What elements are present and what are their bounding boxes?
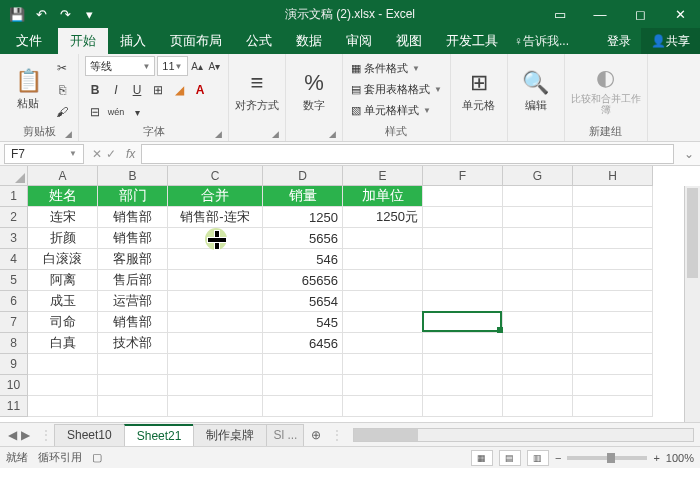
redo-button[interactable]: ↷ [54, 3, 76, 25]
cell[interactable] [263, 354, 343, 375]
cell[interactable] [28, 354, 98, 375]
cell[interactable] [343, 291, 423, 312]
cell[interactable] [573, 228, 653, 249]
cell[interactable]: 销售部 [98, 228, 168, 249]
cell[interactable] [503, 291, 573, 312]
cell[interactable] [573, 291, 653, 312]
cell[interactable] [343, 333, 423, 354]
column-header[interactable]: F [423, 166, 503, 186]
cell[interactable] [263, 396, 343, 417]
border-button[interactable]: ⊞ [148, 80, 168, 100]
zoom-slider[interactable] [567, 456, 647, 460]
close-button[interactable]: ✕ [660, 0, 700, 28]
column-header[interactable]: G [503, 166, 573, 186]
add-sheet-button[interactable]: ⊕ [305, 424, 327, 446]
cell[interactable] [503, 249, 573, 270]
cell[interactable]: 销售部 [98, 312, 168, 333]
phonetic-edit-button[interactable]: ▾ [127, 102, 147, 122]
cell[interactable] [168, 354, 263, 375]
cell[interactable]: 司命 [28, 312, 98, 333]
sheet-tab[interactable]: Sl ... [266, 424, 304, 446]
zoom-out-button[interactable]: − [555, 452, 561, 464]
row-header[interactable]: 10 [0, 375, 28, 396]
cell[interactable] [343, 228, 423, 249]
cell[interactable] [503, 207, 573, 228]
tab-layout[interactable]: 页面布局 [158, 28, 234, 54]
sheet-nav-prev[interactable]: ◀ [8, 428, 17, 442]
conditional-format-button[interactable]: ▦条件格式▼ [349, 59, 444, 79]
table-format-button[interactable]: ▤套用表格格式▼ [349, 80, 444, 100]
cell[interactable] [573, 270, 653, 291]
zoom-level[interactable]: 100% [666, 452, 694, 464]
cell[interactable] [573, 354, 653, 375]
share-button[interactable]: 👤 共享 [641, 28, 700, 54]
normal-view-button[interactable]: ▦ [471, 450, 493, 466]
cell[interactable] [423, 207, 503, 228]
cell[interactable]: 546 [263, 249, 343, 270]
editing-button[interactable]: 🔍编辑 [514, 59, 558, 123]
cell[interactable] [423, 249, 503, 270]
column-header[interactable]: A [28, 166, 98, 186]
cell[interactable]: 售后部 [98, 270, 168, 291]
cell[interactable] [423, 270, 503, 291]
cell[interactable] [423, 312, 503, 333]
cell[interactable] [503, 396, 573, 417]
copy-button[interactable]: ⎘ [52, 80, 72, 100]
cancel-formula-button[interactable]: ✕ [92, 147, 102, 161]
horizontal-scrollbar[interactable] [353, 428, 694, 442]
grow-font-button[interactable]: A▴ [190, 56, 205, 76]
row-header[interactable]: 5 [0, 270, 28, 291]
launcher-icon[interactable]: ◢ [65, 129, 72, 139]
alignment-button[interactable]: ≡对齐方式 [235, 59, 279, 123]
cell[interactable]: 姓名 [28, 186, 98, 207]
row-header[interactable]: 1 [0, 186, 28, 207]
launcher-icon[interactable]: ◢ [272, 129, 279, 139]
maximize-button[interactable]: ◻ [620, 0, 660, 28]
cell[interactable] [423, 354, 503, 375]
cell[interactable]: 成玉 [28, 291, 98, 312]
undo-button[interactable]: ↶ [30, 3, 52, 25]
shrink-font-button[interactable]: A▾ [207, 56, 222, 76]
cell[interactable] [573, 396, 653, 417]
sheet-tab[interactable]: Sheet21 [124, 424, 195, 446]
cell[interactable] [98, 354, 168, 375]
cell[interactable]: 白滚滚 [28, 249, 98, 270]
format-painter-button[interactable]: 🖌 [52, 102, 72, 122]
name-box[interactable]: F7▼ [4, 144, 84, 164]
cell[interactable] [343, 375, 423, 396]
fx-icon[interactable]: fx [120, 147, 141, 161]
login-button[interactable]: 登录 [597, 28, 641, 54]
italic-button[interactable]: I [106, 80, 126, 100]
cell[interactable] [343, 312, 423, 333]
tab-formulas[interactable]: 公式 [234, 28, 284, 54]
sheet-nav-next[interactable]: ▶ [21, 428, 30, 442]
cell[interactable]: 1250 [263, 207, 343, 228]
select-all-corner[interactable] [0, 166, 28, 186]
cell[interactable]: 加单位 [343, 186, 423, 207]
cell[interactable] [423, 333, 503, 354]
cell[interactable] [168, 249, 263, 270]
cell[interactable] [503, 228, 573, 249]
row-header[interactable]: 4 [0, 249, 28, 270]
column-header[interactable]: E [343, 166, 423, 186]
cell[interactable]: 客服部 [98, 249, 168, 270]
cell[interactable]: 合并 [168, 186, 263, 207]
cells-area[interactable]: 姓名部门合并销量加单位连宋销售部销售部-连宋12501250元折颜销售部5656… [28, 186, 700, 422]
qat-more-button[interactable]: ▾ [78, 3, 100, 25]
minimize-button[interactable]: — [580, 0, 620, 28]
bold-button[interactable]: B [85, 80, 105, 100]
tab-file[interactable]: 文件 [0, 28, 58, 54]
phonetic-button[interactable]: wén [106, 102, 126, 122]
underline-button[interactable]: U [127, 80, 147, 100]
cell[interactable] [573, 186, 653, 207]
scrollbar-thumb[interactable] [687, 188, 698, 278]
cell[interactable]: 运营部 [98, 291, 168, 312]
cell[interactable] [263, 375, 343, 396]
cell[interactable] [503, 270, 573, 291]
tab-data[interactable]: 数据 [284, 28, 334, 54]
cell[interactable]: 连宋 [28, 207, 98, 228]
row-header[interactable]: 7 [0, 312, 28, 333]
font-color-button[interactable]: A [190, 80, 210, 100]
row-header[interactable]: 2 [0, 207, 28, 228]
cell[interactable] [573, 312, 653, 333]
